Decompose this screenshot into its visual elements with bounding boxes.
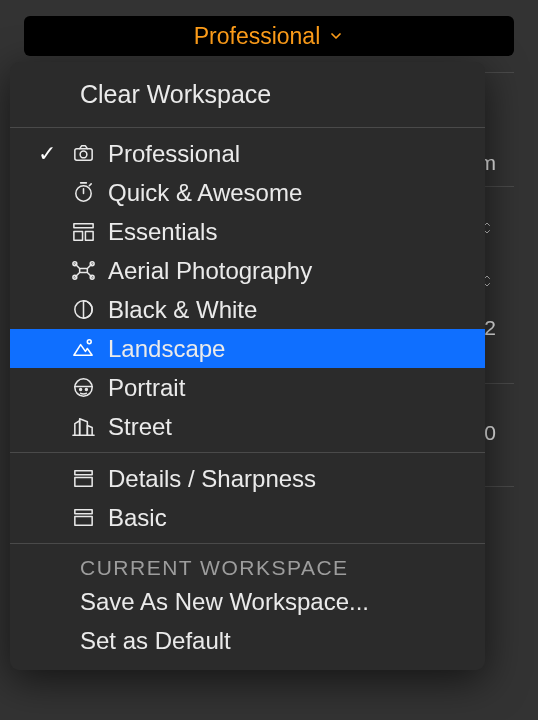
workspace-item-quick[interactable]: Quick & Awesome [10, 173, 485, 212]
stopwatch-icon [70, 180, 96, 206]
workspace-item-portrait[interactable]: Portrait [10, 368, 485, 407]
workspace-item-label: Professional [108, 140, 463, 168]
half-circle-icon [70, 297, 96, 323]
save-as-new-workspace-item[interactable]: Save As New Workspace... [10, 582, 485, 621]
layout-icon [70, 505, 96, 531]
workspace-item-label: Essentials [108, 218, 463, 246]
workspace-item-label: Street [108, 413, 463, 441]
clear-workspace-label: Clear Workspace [80, 80, 463, 109]
drone-icon [70, 258, 96, 284]
workspace-item-label: Portrait [108, 374, 463, 402]
workspace-item-bw[interactable]: Black & White [10, 290, 485, 329]
save-as-label: Save As New Workspace... [80, 588, 463, 616]
workspace-item-label: Aerial Photography [108, 257, 463, 285]
workspace-item-landscape[interactable]: Landscape [10, 329, 485, 368]
current-workspace-section-title: CURRENT WORKSPACE [10, 550, 485, 582]
workspace-item-aerial[interactable]: Aerial Photography [10, 251, 485, 290]
divider [10, 127, 485, 128]
workspace-item-label: Quick & Awesome [108, 179, 463, 207]
building-icon [70, 414, 96, 440]
workspace-item-label: Black & White [108, 296, 463, 324]
extra-item-label: Basic [108, 504, 463, 532]
check-icon: ✓ [36, 141, 58, 167]
extra-item-label: Details / Sharpness [108, 465, 463, 493]
workspace-item-essentials[interactable]: Essentials [10, 212, 485, 251]
face-icon [70, 375, 96, 401]
panels-icon [70, 219, 96, 245]
layout-icon [70, 466, 96, 492]
workspace-item-street[interactable]: Street [10, 407, 485, 446]
set-default-label: Set as Default [80, 627, 463, 655]
mountains-icon [70, 336, 96, 362]
workspace-selector[interactable]: Professional [24, 16, 514, 56]
extra-item-details[interactable]: Details / Sharpness [10, 459, 485, 498]
workspace-dropdown: Clear Workspace ✓ProfessionalQuick & Awe… [10, 62, 485, 670]
workspace-selector-label: Professional [194, 23, 321, 50]
divider [10, 452, 485, 453]
set-as-default-item[interactable]: Set as Default [10, 621, 485, 660]
workspace-item-professional[interactable]: ✓Professional [10, 134, 485, 173]
workspace-item-label: Landscape [108, 335, 463, 363]
extra-item-basic[interactable]: Basic [10, 498, 485, 537]
bg-value-0: 0 [484, 421, 496, 445]
chevron-down-icon [328, 28, 344, 44]
divider [10, 543, 485, 544]
clear-workspace-item[interactable]: Clear Workspace [10, 68, 485, 121]
camera-icon [70, 141, 96, 167]
